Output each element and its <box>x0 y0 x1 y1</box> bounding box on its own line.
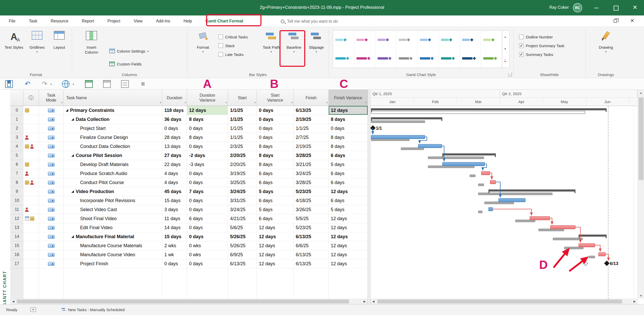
column-settings-button[interactable]: Column Settings ▾ <box>109 47 149 55</box>
dropdown-arrow-icon[interactable]: ▾ <box>50 83 52 86</box>
layout-button[interactable]: Layout <box>49 29 69 71</box>
task-mode-cell[interactable] <box>39 124 64 133</box>
ribbon-tab-report[interactable]: Report <box>75 15 101 27</box>
row-number[interactable]: 6 <box>10 160 23 169</box>
task-mode-cell[interactable] <box>39 241 64 250</box>
start-cell[interactable]: 2/20/25 <box>228 151 257 160</box>
dur-cell[interactable]: 13 days <box>162 142 187 151</box>
gantt-bar-task[interactable] <box>488 207 493 211</box>
fin-cell[interactable]: 3/26/25 <box>294 205 329 214</box>
scroll-down-icon[interactable]: ▼ <box>638 294 644 297</box>
fin-cell[interactable]: 5/5/25 <box>294 214 329 223</box>
task-name-cell[interactable]: Data Collection <box>64 115 162 124</box>
dropdown-arrow-icon[interactable]: ▾ <box>73 83 74 86</box>
filter-arrow-icon[interactable]: ▾ <box>326 100 328 105</box>
gantt-bar-base[interactable] <box>428 156 484 159</box>
start-cell[interactable]: 2/3/25 <box>228 142 257 151</box>
tell-me-search[interactable] <box>281 18 372 25</box>
gantt-milestone[interactable] <box>370 125 376 131</box>
table-row[interactable]: 5Course Pilot Session27 days-2 days2/20/… <box>10 151 368 160</box>
checkbox-icon[interactable] <box>218 52 223 57</box>
format-bar-button[interactable]: Format ▾ <box>192 29 214 71</box>
gantt-bar-base[interactable] <box>589 256 595 258</box>
row-number[interactable]: 13 <box>10 223 23 232</box>
gantt-bar-base-hollow[interactable] <box>371 111 585 114</box>
gantt-bar-task[interactable] <box>371 135 425 139</box>
svar-cell[interactable]: 6 days <box>257 214 294 223</box>
start-cell[interactable]: 6/13/25 <box>228 259 257 268</box>
collapse-triangle-icon[interactable] <box>66 109 68 112</box>
svar-cell[interactable]: 5 days <box>257 205 294 214</box>
fvar-cell[interactable]: 12 days <box>329 214 368 223</box>
menu-lines-icon[interactable]: ≡ <box>139 80 147 88</box>
fin-cell[interactable]: 1/1/25 <box>294 124 329 133</box>
fvar-cell[interactable]: 12 days <box>329 241 368 250</box>
user-avatar[interactable]: RC <box>573 3 582 12</box>
gantt-bar-base[interactable] <box>371 120 425 123</box>
dvar-cell[interactable]: 12 days <box>187 106 228 115</box>
svar-cell[interactable]: 12 days <box>257 232 294 241</box>
checkbox-icon[interactable]: ✓ <box>519 52 524 57</box>
scroll-right-icon[interactable]: ▶ <box>632 299 637 304</box>
gantt-style-thumbnail-4[interactable] <box>396 31 418 68</box>
table-row[interactable]: 10Incorporate Pilot Revisions15 days0 da… <box>10 196 368 205</box>
fvar-cell[interactable]: 12 days <box>329 223 368 232</box>
fin-cell[interactable]: 3/24/25 <box>294 169 329 178</box>
svar-cell[interactable]: 6 days <box>257 169 294 178</box>
dur-cell[interactable]: 2 wks <box>162 241 187 250</box>
drawing-button[interactable]: Drawing ▾ <box>595 29 617 71</box>
dropdown-arrow-icon[interactable]: ▾ <box>306 50 327 53</box>
undo-icon[interactable]: ↶ <box>24 80 31 88</box>
row-number[interactable]: 0 <box>10 106 23 115</box>
vertical-scrollbar[interactable]: ▲ ▼ <box>638 90 644 299</box>
task-mode-cell[interactable] <box>39 223 64 232</box>
column-header-num[interactable] <box>10 90 23 106</box>
filter-arrow-icon[interactable]: ▾ <box>226 100 227 105</box>
task-name-cell[interactable]: Select Video Cast <box>64 205 162 214</box>
table-row[interactable]: 14Manufacture Final Material15 days0 day… <box>10 232 368 241</box>
svar-cell[interactable]: 6 days <box>257 178 294 187</box>
fin-cell[interactable]: 6/13/25 <box>294 259 329 268</box>
dvar-cell[interactable]: 7 days <box>187 187 228 196</box>
fin-cell[interactable]: 3/28/25 <box>294 151 329 160</box>
dur-cell[interactable]: 0 days <box>162 124 187 133</box>
start-cell[interactable]: 3/24/25 <box>228 187 257 196</box>
svar-cell[interactable]: 12 days <box>257 241 294 250</box>
dvar-cell[interactable]: 0 days <box>187 232 228 241</box>
filter-arrow-icon[interactable]: ▾ <box>255 100 256 105</box>
gallery-scroll-control[interactable]: ▴ ▾ ▾ <box>502 31 508 68</box>
task-mode-cell[interactable] <box>39 250 64 259</box>
checkbox-outline-number[interactable]: Outline Number <box>519 32 564 41</box>
minimize-button[interactable] <box>589 0 604 15</box>
table-row[interactable]: 16Manufacture Course Video1 wk0 wks6/9/2… <box>10 250 368 259</box>
fvar-cell[interactable]: 5 days <box>329 205 368 214</box>
svar-cell[interactable]: 0 days <box>257 106 294 115</box>
checkbox-critical-tasks[interactable]: Critical Tasks <box>218 32 248 41</box>
column-header-fvar[interactable]: Finish Variance▾ <box>329 90 368 106</box>
table-row[interactable]: 15Manufacture Course Materials2 wks0 wks… <box>10 241 368 250</box>
gantt-bar-sum[interactable] <box>371 108 607 110</box>
dur-cell[interactable]: 0 days <box>162 259 187 268</box>
task-mode-cell[interactable] <box>39 259 64 268</box>
gantt-bar-crit[interactable] <box>598 252 606 256</box>
checkbox-icon[interactable] <box>519 35 524 39</box>
start-cell[interactable]: 3/24/25 <box>228 205 257 214</box>
fvar-cell[interactable]: 8 days <box>329 115 368 124</box>
start-cell[interactable]: 1/1/25 <box>228 133 257 142</box>
dvar-cell[interactable]: 0 days <box>187 259 228 268</box>
start-cell[interactable]: 3/31/25 <box>228 196 257 205</box>
table-row[interactable]: 17Project Finish0 days0 days6/13/2512 da… <box>10 259 368 268</box>
gallery-more-icon[interactable]: ▾ <box>504 60 506 63</box>
collapse-triangle-icon[interactable] <box>71 154 74 157</box>
row-number[interactable]: 1 <box>10 115 23 124</box>
dvar-cell[interactable]: 0 days <box>187 124 228 133</box>
dur-cell[interactable]: 4 days <box>162 178 187 187</box>
task-mode-cell[interactable] <box>39 142 64 151</box>
fvar-cell[interactable]: 6 days <box>329 178 368 187</box>
column-header-info[interactable]: ⓘ <box>23 90 39 106</box>
task-mode-cell[interactable] <box>39 232 64 241</box>
gantt-bar-base[interactable] <box>470 175 476 177</box>
text-styles-button[interactable]: AA Text Styles <box>3 29 25 71</box>
ribbon-tab-add-ins[interactable]: Add-Ins <box>149 15 177 27</box>
column-header-dvar[interactable]: DurationVariance▾ <box>187 90 228 106</box>
